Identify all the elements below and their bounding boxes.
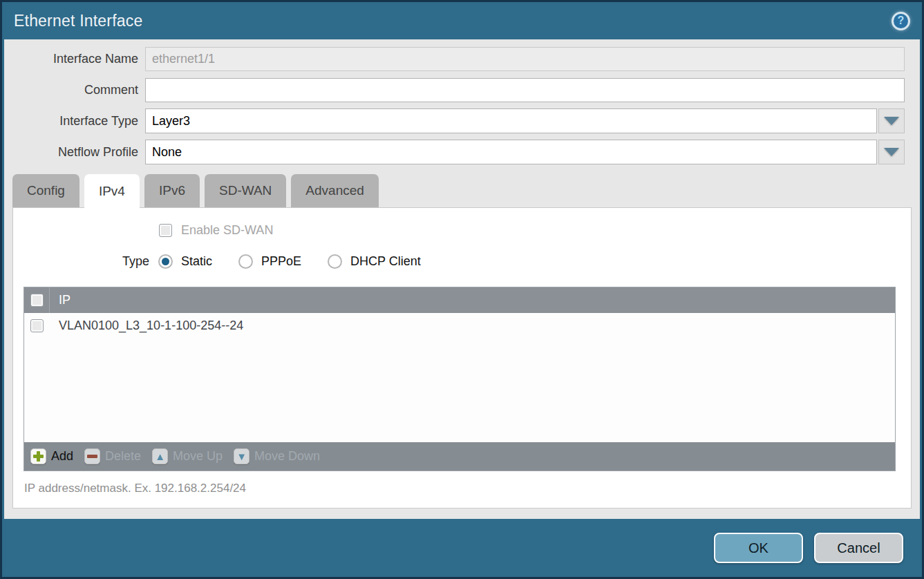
interface-type-dropdown[interactable]: Layer3: [145, 108, 905, 133]
dialog-title: Ethernet Interface: [14, 12, 142, 30]
table-row[interactable]: VLAN0100_L3_10-1-100-254--24: [24, 313, 895, 338]
tab-config[interactable]: Config: [12, 174, 79, 207]
interface-type-label: Interface Type: [4, 114, 145, 129]
select-all-checkbox[interactable]: [30, 294, 44, 307]
type-radio-group: Type Static PPPoE DHCP Client: [122, 254, 911, 269]
enable-sdwan-label: Enable SD-WAN: [181, 223, 273, 238]
arrow-down-icon: ▼: [234, 448, 249, 464]
tab-advanced[interactable]: Advanced: [291, 174, 379, 207]
dialog-titlebar: Ethernet Interface ?: [4, 2, 920, 39]
ipv4-tab-panel: Enable SD-WAN Type Static PPPoE DHCP Cli…: [12, 207, 912, 509]
radio-pppoe[interactable]: [238, 254, 253, 269]
radio-pppoe-label[interactable]: PPPoE: [261, 254, 301, 269]
enable-sdwan-checkbox[interactable]: [159, 224, 172, 237]
table-toolbar: Add Delete ▲ Move Up ▼ Move Down: [24, 442, 895, 471]
cancel-button[interactable]: Cancel: [814, 533, 903, 563]
ip-table-body: VLAN0100_L3_10-1-100-254--24: [24, 313, 895, 442]
move-down-button-label: Move Down: [254, 449, 320, 464]
add-button-label: Add: [51, 449, 73, 464]
ip-table-header: IP: [24, 287, 895, 313]
netflow-profile-dropdown[interactable]: None: [145, 140, 905, 164]
comment-label: Comment: [4, 83, 145, 97]
interface-type-dropdown-button[interactable]: [878, 108, 905, 133]
row-checkbox[interactable]: [30, 319, 44, 332]
tab-ipv6[interactable]: IPv6: [144, 174, 200, 207]
netflow-profile-row: Netflow Profile None: [4, 140, 920, 164]
interface-name-label: Interface Name: [4, 52, 145, 66]
dialog-footer: OK Cancel: [4, 519, 920, 577]
move-up-button-label: Move Up: [173, 449, 223, 464]
ok-button[interactable]: OK: [714, 533, 803, 563]
netflow-profile-label: Netflow Profile: [4, 145, 145, 160]
chevron-down-icon: [884, 148, 899, 156]
delete-button[interactable]: Delete: [84, 448, 141, 464]
dialog-body: Interface Name Comment Interface Type La…: [4, 39, 920, 519]
radio-static-label[interactable]: Static: [181, 254, 212, 269]
chevron-down-icon: [884, 117, 899, 125]
help-icon[interactable]: ?: [892, 12, 910, 30]
move-down-button[interactable]: ▼ Move Down: [234, 448, 320, 464]
ip-address-table: IP VLAN0100_L3_10-1-100-254--24: [23, 287, 896, 471]
ip-address-cell[interactable]: VLAN0100_L3_10-1-100-254--24: [50, 319, 243, 333]
comment-field[interactable]: [145, 78, 905, 102]
type-label: Type: [122, 254, 149, 269]
minus-icon: [84, 448, 100, 464]
enable-sdwan-row: Enable SD-WAN: [159, 223, 911, 238]
delete-button-label: Delete: [105, 449, 141, 464]
add-button[interactable]: Add: [30, 448, 73, 464]
ip-format-hint: IP address/netmask. Ex. 192.168.2.254/24: [24, 482, 911, 495]
select-all-cell: [24, 287, 50, 313]
netflow-profile-dropdown-button[interactable]: [878, 140, 905, 164]
interface-type-value[interactable]: Layer3: [145, 108, 877, 133]
interface-name-row: Interface Name: [4, 46, 920, 71]
radio-static[interactable]: [158, 254, 173, 269]
ip-column-header: IP: [50, 287, 70, 313]
tab-ipv4[interactable]: IPv4: [84, 174, 140, 209]
comment-row: Comment: [4, 77, 920, 102]
radio-dhcp-client-label[interactable]: DHCP Client: [350, 254, 421, 269]
dialog-frame: Ethernet Interface ? Interface Name Comm…: [2, 2, 922, 577]
tab-bar: Config IPv4 IPv6 SD-WAN Advanced: [12, 173, 920, 207]
tab-sdwan[interactable]: SD-WAN: [205, 174, 286, 207]
radio-dhcp-client[interactable]: [328, 254, 342, 269]
row-checkbox-cell: [24, 319, 50, 332]
netflow-profile-value[interactable]: None: [145, 140, 877, 164]
plus-icon: [30, 448, 46, 464]
ethernet-interface-dialog: Ethernet Interface ? Interface Name Comm…: [0, 0, 924, 579]
interface-name-field: [145, 47, 905, 71]
move-up-button[interactable]: ▲ Move Up: [152, 448, 223, 464]
interface-type-row: Interface Type Layer3: [4, 108, 920, 133]
arrow-up-icon: ▲: [152, 448, 168, 464]
